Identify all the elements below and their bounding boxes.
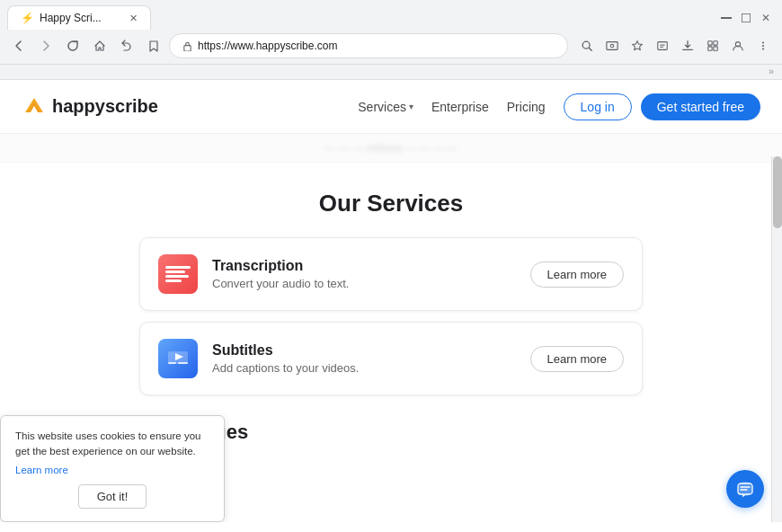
svg-rect-1 [742, 13, 751, 22]
cookie-accept-button[interactable]: Got it! [78, 484, 147, 509]
cast-icon[interactable] [600, 34, 624, 58]
icon-line-1 [165, 266, 191, 269]
subtitles-icon [158, 339, 198, 378]
close-button[interactable]: ✕ [757, 12, 775, 24]
svg-rect-12 [714, 47, 717, 50]
browser-chrome: ⚡ Happy Scri... ✕ ✕ [0, 0, 782, 65]
back-button[interactable] [7, 34, 31, 58]
tab-favicon: ⚡ [21, 12, 34, 24]
more-icon[interactable] [751, 34, 775, 58]
subtitles-learn-more-button[interactable]: Learn more [530, 346, 624, 372]
bookmarks-bar-hint: » [769, 66, 775, 76]
undo-button[interactable] [115, 34, 138, 58]
services-list: Transcription Convert your audio to text… [139, 237, 643, 395]
svg-rect-6 [658, 42, 668, 50]
services-dropdown-arrow: ▾ [409, 102, 413, 111]
logo-area[interactable]: happyscribe [22, 94, 158, 120]
svg-rect-10 [714, 41, 717, 45]
website-content: happyscribe Services ▾ Enterprise Pricin… [0, 80, 782, 522]
toolbar-icons [575, 34, 775, 58]
nav-services[interactable]: Services ▾ [358, 100, 413, 114]
transcription-learn-more-button[interactable]: Learn more [530, 262, 624, 288]
logo-icon [22, 94, 47, 120]
subtitles-card: Subtitles Add captions to your videos. L… [139, 322, 643, 395]
cookie-banner: This website uses cookies to ensure you … [0, 415, 225, 523]
svg-rect-0 [721, 17, 732, 19]
active-tab[interactable]: ⚡ Happy Scri... ✕ [7, 5, 151, 30]
extensions-icon[interactable] [701, 34, 724, 58]
home-button[interactable] [88, 34, 111, 58]
transcription-icon-lines [160, 261, 196, 288]
site-navbar: happyscribe Services ▾ Enterprise Pricin… [0, 80, 782, 134]
address-bar-row: https://www.happyscribe.com [0, 30, 782, 64]
url-text: https://www.happyscribe.com [198, 40, 555, 52]
stats-bar: — — — millions — — — — [0, 134, 782, 163]
stats-text: — — — millions — — — — [324, 142, 457, 155]
refresh-button[interactable] [61, 34, 84, 58]
transcription-info: Transcription Convert your audio to text… [212, 258, 530, 290]
scrollbar-thumb[interactable] [773, 156, 782, 228]
subtitles-name: Subtitles [212, 342, 530, 359]
maximize-button[interactable] [737, 12, 755, 24]
nav-pricing[interactable]: Pricing [507, 100, 546, 114]
tab-close-button[interactable]: ✕ [129, 13, 138, 24]
tab-title: Happy Scri... [40, 12, 102, 24]
profile-icon[interactable] [726, 34, 750, 58]
transcription-card: Transcription Convert your audio to text… [139, 237, 643, 311]
transcription-desc: Convert your audio to text. [212, 277, 530, 290]
svg-point-5 [610, 44, 614, 48]
icon-line-3 [165, 275, 189, 278]
forward-button[interactable] [34, 34, 58, 58]
cookie-learn-more-link[interactable]: Learn more [15, 465, 209, 475]
transcription-name: Transcription [212, 258, 530, 274]
login-button[interactable]: Log in [564, 93, 632, 120]
nav-enterprise[interactable]: Enterprise [431, 100, 489, 114]
chat-icon [736, 480, 754, 498]
transcription-icon [158, 254, 198, 294]
icon-line-4 [165, 279, 182, 282]
svg-rect-11 [708, 47, 712, 50]
get-started-button[interactable]: Get started free [641, 93, 760, 120]
logo-text: happyscribe [52, 96, 158, 117]
nav-links: Services ▾ Enterprise Pricing [358, 100, 545, 114]
page-scrollbar[interactable] [771, 156, 782, 522]
svg-rect-9 [708, 41, 712, 45]
svg-rect-20 [178, 362, 188, 364]
svg-rect-19 [168, 362, 176, 364]
main-section: Our Services Transcription Convert your … [0, 163, 782, 444]
list-icon[interactable] [651, 34, 674, 58]
address-bar[interactable]: https://www.happyscribe.com [169, 33, 568, 58]
minimize-button[interactable] [717, 12, 735, 24]
subtitles-info: Subtitles Add captions to your videos. [212, 342, 530, 375]
tab-bar: ⚡ Happy Scri... ✕ [7, 5, 151, 30]
svg-rect-2 [184, 45, 191, 50]
subtitles-desc: Add captions to your videos. [212, 361, 530, 375]
icon-line-2 [165, 270, 185, 273]
section-title: Our Services [18, 190, 764, 217]
download-icon[interactable] [676, 34, 699, 58]
svg-point-16 [762, 48, 764, 49]
svg-point-15 [762, 45, 764, 47]
window-controls: ✕ [717, 12, 775, 24]
chat-bubble-button[interactable] [726, 470, 764, 508]
bookmark-button[interactable] [142, 34, 165, 58]
cookie-text: This website uses cookies to ensure you … [15, 429, 209, 460]
subtitles-icon-svg [166, 349, 190, 368]
title-bar: ⚡ Happy Scri... ✕ ✕ [0, 0, 782, 30]
search-icon[interactable] [575, 34, 599, 58]
svg-point-14 [762, 41, 764, 43]
star-icon[interactable] [626, 34, 649, 58]
svg-rect-4 [607, 42, 618, 50]
lock-icon [182, 41, 192, 51]
